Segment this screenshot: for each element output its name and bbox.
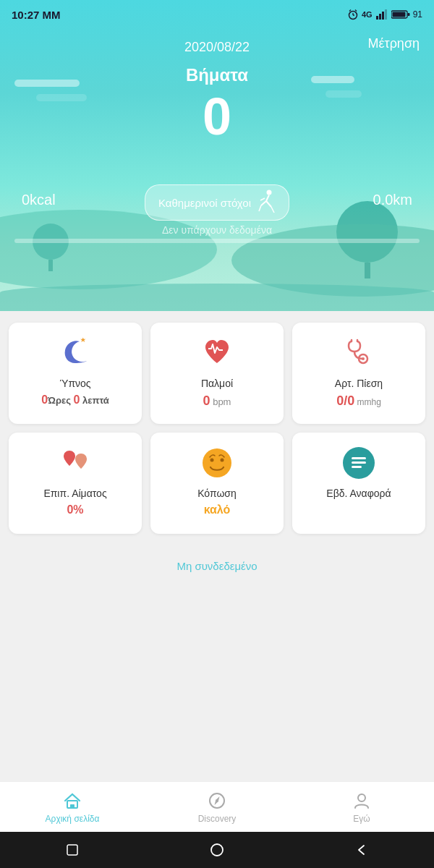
svg-rect-5 xyxy=(376,16,378,20)
person-icon xyxy=(352,791,372,811)
nav-home-label: Αρχική σελίδα xyxy=(46,814,100,824)
svg-rect-6 xyxy=(379,14,381,20)
svg-rect-30 xyxy=(352,466,362,468)
heartrate-card-title: Παλμοί xyxy=(201,378,233,389)
card-bloodpressure[interactable]: Αρτ. Πίεση 0/0 mmhg xyxy=(292,323,425,424)
svg-line-4 xyxy=(355,10,357,12)
card-bloodoxygen[interactable]: Επιπ. Αίματος 0% xyxy=(9,433,142,534)
svg-point-26 xyxy=(221,459,224,462)
cards-grid: Ύπνος 0Ώρες 0 λεπτά Παλμοί 0 bpm xyxy=(9,323,425,534)
smile-icon xyxy=(198,444,236,482)
android-back-button[interactable] xyxy=(351,839,373,861)
heartrate-card-value: 0 bpm xyxy=(203,393,231,409)
svg-rect-10 xyxy=(392,12,405,17)
android-recent-button[interactable] xyxy=(61,839,83,861)
svg-marker-19 xyxy=(80,337,85,342)
status-icons: 4G 91 xyxy=(347,9,422,20)
svg-point-24 xyxy=(203,448,231,477)
stat-km: 0.0km xyxy=(373,192,412,208)
sleep-card-value: 0Ώρες 0 λεπτά xyxy=(41,393,109,407)
svg-line-16 xyxy=(259,205,261,211)
card-fatigue[interactable]: Κόπωση καλό xyxy=(150,433,284,534)
status-bar: 10:27 MM 4G 91 xyxy=(0,0,434,29)
stat-kcal: 0kcal xyxy=(22,192,56,208)
svg-rect-37 xyxy=(67,845,77,855)
svg-rect-11 xyxy=(407,13,409,16)
not-connected-label: Μη συνδεδεμένο xyxy=(9,545,425,579)
progress-bar xyxy=(14,239,420,243)
report-card-title: Εβδ. Αναφορά xyxy=(326,488,391,499)
compass-icon xyxy=(207,791,227,811)
svg-rect-32 xyxy=(70,804,75,808)
bp-card-title: Αρτ. Πίεση xyxy=(335,378,383,389)
alarm-icon xyxy=(347,9,359,20)
nav-discovery-label: Discovery xyxy=(198,814,237,824)
hero-section: Μέτρηση 2020/08/22 Βήματα 0 0kcal 0.0km … xyxy=(0,0,434,311)
svg-point-12 xyxy=(266,190,271,195)
nav-me-label: Εγώ xyxy=(353,814,370,824)
steps-value: 0 xyxy=(0,90,434,142)
svg-point-36 xyxy=(358,794,365,801)
ground xyxy=(0,284,434,311)
heart-icon xyxy=(198,334,236,372)
hero-date: 2020/08/22 xyxy=(0,40,434,55)
svg-line-18 xyxy=(260,198,265,200)
svg-rect-28 xyxy=(352,457,366,459)
nav-discovery[interactable]: Discovery xyxy=(145,782,289,832)
bloodoxygen-card-title: Επιπ. Αίματος xyxy=(43,488,106,499)
svg-rect-7 xyxy=(382,12,384,20)
stethoscope-icon xyxy=(340,334,378,372)
sleep-icon xyxy=(56,334,94,372)
android-nav xyxy=(0,832,434,868)
network-4g: 4G xyxy=(362,10,373,19)
steps-label: Βήματα xyxy=(0,65,434,85)
blood-icon xyxy=(56,444,94,482)
svg-line-3 xyxy=(349,10,351,12)
svg-point-25 xyxy=(210,459,214,462)
svg-rect-8 xyxy=(385,9,387,20)
no-data-label: Δεν υπάρχουν δεδομένα xyxy=(0,224,434,236)
card-sleep[interactable]: Ύπνος 0Ώρες 0 λεπτά xyxy=(9,323,142,424)
signal-icon xyxy=(375,9,388,20)
bp-card-value: 0/0 mmhg xyxy=(336,393,381,409)
battery-icon xyxy=(391,9,410,20)
card-report[interactable]: Εβδ. Αναφορά xyxy=(292,433,425,534)
fatigue-card-value: καλό xyxy=(204,503,231,516)
fatigue-card-title: Κόπωση xyxy=(197,488,237,499)
android-home-button[interactable] xyxy=(206,839,228,861)
main-content: Ύπνος 0Ώρες 0 λεπτά Παλμοί 0 bpm xyxy=(0,311,434,781)
home-icon xyxy=(62,791,82,811)
svg-rect-29 xyxy=(352,461,366,464)
svg-line-15 xyxy=(266,201,271,207)
battery-percent: 91 xyxy=(413,9,422,20)
card-heartrate[interactable]: Παλμοί 0 bpm xyxy=(150,323,284,424)
svg-point-38 xyxy=(211,844,223,856)
sleep-card-title: Ύπνος xyxy=(59,378,90,389)
hill-left xyxy=(0,210,217,289)
daily-goals-button[interactable]: Καθημερινοί στόχοι xyxy=(145,184,289,221)
svg-line-17 xyxy=(271,207,274,213)
svg-point-35 xyxy=(216,799,218,802)
nav-me[interactable]: Εγώ xyxy=(289,782,434,832)
nav-home[interactable]: Αρχική σελίδα xyxy=(0,782,145,832)
status-time: 10:27 MM xyxy=(12,9,61,21)
svg-line-14 xyxy=(261,201,266,205)
report-icon xyxy=(340,444,378,482)
svg-line-13 xyxy=(266,195,269,202)
bottom-nav: Αρχική σελίδα Discovery Εγώ xyxy=(0,781,434,832)
runner-icon xyxy=(255,190,276,216)
bloodoxygen-card-value: 0% xyxy=(67,503,83,516)
